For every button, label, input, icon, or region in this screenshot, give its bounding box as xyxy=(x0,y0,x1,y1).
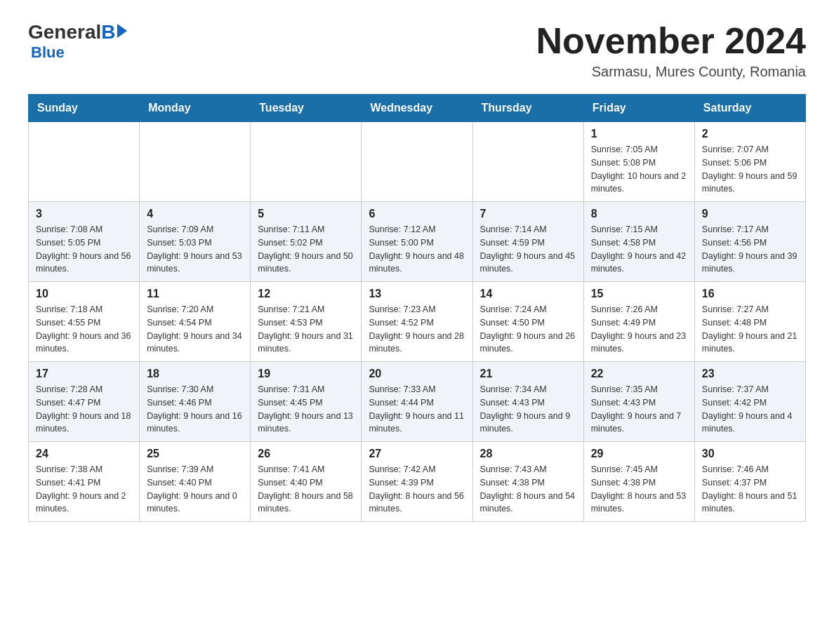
day-info: Sunrise: 7:37 AMSunset: 4:42 PMDaylight:… xyxy=(702,383,798,436)
day-info: Sunrise: 7:20 AMSunset: 4:54 PMDaylight:… xyxy=(147,303,243,356)
calendar-day-cell: 24Sunrise: 7:38 AMSunset: 4:41 PMDayligh… xyxy=(29,442,140,522)
day-number: 27 xyxy=(369,448,465,460)
weekday-header-wednesday: Wednesday xyxy=(362,95,472,122)
day-number: 4 xyxy=(147,208,243,220)
weekday-header-saturday: Saturday xyxy=(694,95,805,122)
calendar-day-cell: 18Sunrise: 7:30 AMSunset: 4:46 PMDayligh… xyxy=(140,362,251,442)
day-info: Sunrise: 7:28 AMSunset: 4:47 PMDaylight:… xyxy=(36,383,132,436)
day-number: 21 xyxy=(480,368,576,380)
day-info: Sunrise: 7:27 AMSunset: 4:48 PMDaylight:… xyxy=(702,303,798,356)
logo-general-text: General xyxy=(28,21,101,43)
calendar-day-cell: 16Sunrise: 7:27 AMSunset: 4:48 PMDayligh… xyxy=(694,282,805,362)
day-info: Sunrise: 7:14 AMSunset: 4:59 PMDaylight:… xyxy=(480,223,576,276)
title-section: November 2024 Sarmasu, Mures County, Rom… xyxy=(536,21,806,80)
calendar-day-cell: 25Sunrise: 7:39 AMSunset: 4:40 PMDayligh… xyxy=(140,442,251,522)
day-info: Sunrise: 7:08 AMSunset: 5:05 PMDaylight:… xyxy=(36,223,132,276)
day-info: Sunrise: 7:34 AMSunset: 4:43 PMDaylight:… xyxy=(480,383,576,436)
day-info: Sunrise: 7:46 AMSunset: 4:37 PMDaylight:… xyxy=(702,463,798,516)
calendar-day-cell: 29Sunrise: 7:45 AMSunset: 4:38 PMDayligh… xyxy=(583,442,694,522)
calendar-week-row: 1Sunrise: 7:05 AMSunset: 5:08 PMDaylight… xyxy=(29,122,806,202)
calendar-day-cell: 26Sunrise: 7:41 AMSunset: 4:40 PMDayligh… xyxy=(251,442,362,522)
day-number: 10 xyxy=(36,288,132,300)
calendar-day-cell: 6Sunrise: 7:12 AMSunset: 5:00 PMDaylight… xyxy=(362,202,472,282)
weekday-header-sunday: Sunday xyxy=(29,95,140,122)
day-info: Sunrise: 7:18 AMSunset: 4:55 PMDaylight:… xyxy=(36,303,132,356)
calendar-day-cell: 11Sunrise: 7:20 AMSunset: 4:54 PMDayligh… xyxy=(140,282,251,362)
day-number: 23 xyxy=(702,368,798,380)
weekday-header-friday: Friday xyxy=(583,95,694,122)
weekday-header-row: SundayMondayTuesdayWednesdayThursdayFrid… xyxy=(29,95,806,122)
day-number: 5 xyxy=(258,208,354,220)
day-number: 13 xyxy=(369,288,465,300)
calendar-day-cell: 2Sunrise: 7:07 AMSunset: 5:06 PMDaylight… xyxy=(694,122,805,202)
day-info: Sunrise: 7:26 AMSunset: 4:49 PMDaylight:… xyxy=(591,303,687,356)
calendar-week-row: 10Sunrise: 7:18 AMSunset: 4:55 PMDayligh… xyxy=(29,282,806,362)
calendar-week-row: 24Sunrise: 7:38 AMSunset: 4:41 PMDayligh… xyxy=(29,442,806,522)
calendar-day-cell: 19Sunrise: 7:31 AMSunset: 4:45 PMDayligh… xyxy=(251,362,362,442)
calendar-day-cell: 30Sunrise: 7:46 AMSunset: 4:37 PMDayligh… xyxy=(694,442,805,522)
day-number: 22 xyxy=(591,368,687,380)
calendar-day-cell: 5Sunrise: 7:11 AMSunset: 5:02 PMDaylight… xyxy=(251,202,362,282)
calendar-day-cell xyxy=(472,122,583,202)
calendar-day-cell: 9Sunrise: 7:17 AMSunset: 4:56 PMDaylight… xyxy=(694,202,805,282)
day-info: Sunrise: 7:35 AMSunset: 4:43 PMDaylight:… xyxy=(591,383,687,436)
day-number: 18 xyxy=(147,368,243,380)
day-info: Sunrise: 7:05 AMSunset: 5:08 PMDaylight:… xyxy=(591,143,687,196)
day-info: Sunrise: 7:42 AMSunset: 4:39 PMDaylight:… xyxy=(369,463,465,516)
day-info: Sunrise: 7:09 AMSunset: 5:03 PMDaylight:… xyxy=(147,223,243,276)
day-number: 25 xyxy=(147,448,243,460)
month-title: November 2024 xyxy=(536,21,806,61)
day-info: Sunrise: 7:12 AMSunset: 5:00 PMDaylight:… xyxy=(369,223,465,276)
calendar-day-cell: 14Sunrise: 7:24 AMSunset: 4:50 PMDayligh… xyxy=(472,282,583,362)
day-info: Sunrise: 7:15 AMSunset: 4:58 PMDaylight:… xyxy=(591,223,687,276)
calendar-table: SundayMondayTuesdayWednesdayThursdayFrid… xyxy=(28,94,806,522)
day-number: 20 xyxy=(369,368,465,380)
day-info: Sunrise: 7:45 AMSunset: 4:38 PMDaylight:… xyxy=(591,463,687,516)
weekday-header-monday: Monday xyxy=(140,95,251,122)
calendar-day-cell: 8Sunrise: 7:15 AMSunset: 4:58 PMDaylight… xyxy=(583,202,694,282)
page-header: General B Blue November 2024 Sarmasu, Mu… xyxy=(28,21,806,80)
day-number: 30 xyxy=(702,448,798,460)
day-number: 7 xyxy=(480,208,576,220)
day-info: Sunrise: 7:23 AMSunset: 4:52 PMDaylight:… xyxy=(369,303,465,356)
calendar-day-cell: 10Sunrise: 7:18 AMSunset: 4:55 PMDayligh… xyxy=(29,282,140,362)
day-number: 24 xyxy=(36,448,132,460)
logo-arrow-icon xyxy=(117,24,127,38)
day-number: 28 xyxy=(480,448,576,460)
calendar-day-cell xyxy=(29,122,140,202)
weekday-header-thursday: Thursday xyxy=(472,95,583,122)
logo-blue-b: B xyxy=(101,21,115,43)
calendar-day-cell: 21Sunrise: 7:34 AMSunset: 4:43 PMDayligh… xyxy=(472,362,583,442)
calendar-day-cell: 28Sunrise: 7:43 AMSunset: 4:38 PMDayligh… xyxy=(472,442,583,522)
day-number: 19 xyxy=(258,368,354,380)
logo: General B Blue xyxy=(28,21,127,62)
calendar-day-cell: 1Sunrise: 7:05 AMSunset: 5:08 PMDaylight… xyxy=(583,122,694,202)
calendar-day-cell: 20Sunrise: 7:33 AMSunset: 4:44 PMDayligh… xyxy=(362,362,472,442)
day-info: Sunrise: 7:17 AMSunset: 4:56 PMDaylight:… xyxy=(702,223,798,276)
day-info: Sunrise: 7:21 AMSunset: 4:53 PMDaylight:… xyxy=(258,303,354,356)
calendar-day-cell xyxy=(140,122,251,202)
calendar-week-row: 3Sunrise: 7:08 AMSunset: 5:05 PMDaylight… xyxy=(29,202,806,282)
day-info: Sunrise: 7:07 AMSunset: 5:06 PMDaylight:… xyxy=(702,143,798,196)
day-number: 2 xyxy=(702,128,798,140)
day-number: 16 xyxy=(702,288,798,300)
day-number: 11 xyxy=(147,288,243,300)
day-info: Sunrise: 7:41 AMSunset: 4:40 PMDaylight:… xyxy=(258,463,354,516)
calendar-day-cell: 12Sunrise: 7:21 AMSunset: 4:53 PMDayligh… xyxy=(251,282,362,362)
calendar-day-cell: 7Sunrise: 7:14 AMSunset: 4:59 PMDaylight… xyxy=(472,202,583,282)
day-number: 26 xyxy=(258,448,354,460)
day-number: 15 xyxy=(591,288,687,300)
day-number: 6 xyxy=(369,208,465,220)
calendar-day-cell: 22Sunrise: 7:35 AMSunset: 4:43 PMDayligh… xyxy=(583,362,694,442)
logo-blue-label: Blue xyxy=(31,43,65,62)
day-info: Sunrise: 7:38 AMSunset: 4:41 PMDaylight:… xyxy=(36,463,132,516)
day-number: 12 xyxy=(258,288,354,300)
day-number: 3 xyxy=(36,208,132,220)
calendar-week-row: 17Sunrise: 7:28 AMSunset: 4:47 PMDayligh… xyxy=(29,362,806,442)
weekday-header-tuesday: Tuesday xyxy=(251,95,362,122)
day-info: Sunrise: 7:11 AMSunset: 5:02 PMDaylight:… xyxy=(258,223,354,276)
day-info: Sunrise: 7:43 AMSunset: 4:38 PMDaylight:… xyxy=(480,463,576,516)
calendar-day-cell: 17Sunrise: 7:28 AMSunset: 4:47 PMDayligh… xyxy=(29,362,140,442)
calendar-day-cell: 4Sunrise: 7:09 AMSunset: 5:03 PMDaylight… xyxy=(140,202,251,282)
day-info: Sunrise: 7:24 AMSunset: 4:50 PMDaylight:… xyxy=(480,303,576,356)
